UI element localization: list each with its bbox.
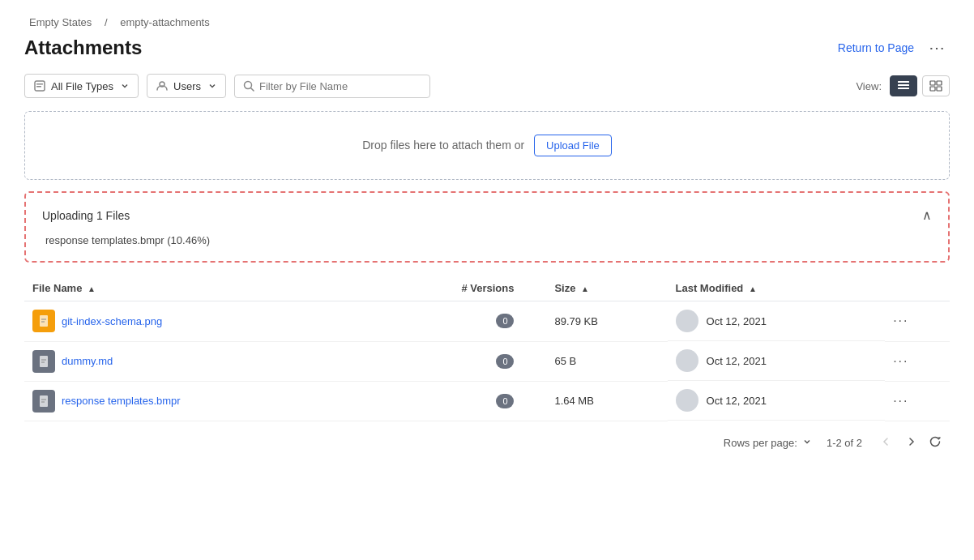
col-file-name[interactable]: File Name ▲ bbox=[24, 276, 357, 301]
file-type-icon-bmpr bbox=[32, 390, 55, 413]
header-actions: Return to Page ⋯ bbox=[838, 36, 950, 59]
date-text: Oct 12, 2021 bbox=[707, 315, 767, 327]
row-actions-cell: ··· bbox=[885, 381, 950, 421]
page-info: 1-2 of 2 bbox=[827, 437, 862, 449]
upload-title: Uploading 1 Files bbox=[42, 209, 130, 222]
chevron-down-icon bbox=[120, 81, 130, 91]
upload-file-button[interactable]: Upload File bbox=[534, 135, 612, 156]
refresh-button[interactable] bbox=[929, 435, 942, 451]
rows-chevron-icon bbox=[802, 437, 812, 447]
file-name-cell: dummy.md bbox=[24, 341, 357, 381]
users-icon bbox=[156, 79, 169, 92]
svg-rect-6 bbox=[898, 81, 909, 83]
upload-file-row: response templates.bmpr (10.46%) bbox=[42, 234, 932, 246]
svg-rect-9 bbox=[930, 81, 935, 85]
version-badge: 0 bbox=[496, 394, 514, 408]
rows-per-page-dropdown[interactable] bbox=[802, 437, 812, 449]
col-actions bbox=[885, 276, 950, 301]
search-icon bbox=[243, 80, 254, 92]
file-icon-svg bbox=[37, 355, 50, 368]
row-actions-button[interactable]: ··· bbox=[893, 394, 908, 408]
breadcrumb: Empty States / empty-attachments bbox=[24, 16, 950, 28]
grid-view-button[interactable] bbox=[922, 75, 950, 96]
svg-rect-13 bbox=[40, 315, 48, 327]
file-type-icon-png bbox=[32, 310, 55, 332]
svg-rect-11 bbox=[930, 87, 935, 91]
files-table: File Name ▲ # Versions Size ▲ Last Modif… bbox=[24, 276, 950, 421]
file-name-link[interactable]: dummy.md bbox=[62, 355, 113, 367]
svg-line-5 bbox=[251, 88, 254, 92]
rows-per-page-control: Rows per page: bbox=[724, 437, 812, 449]
date-text: Oct 12, 2021 bbox=[707, 355, 767, 367]
toolbar: All File Types Users View: bbox=[24, 74, 950, 98]
versions-cell: 0 bbox=[357, 381, 546, 421]
table-row: response templates.bmpr 0 1.64 MB Oct 12… bbox=[24, 381, 950, 421]
upload-panel: Uploading 1 Files ∧ response templates.b… bbox=[24, 191, 950, 263]
date-cell: Oct 12, 2021 bbox=[668, 341, 886, 381]
breadcrumb-parent[interactable]: Empty States bbox=[29, 16, 92, 28]
file-type-label: All File Types bbox=[51, 80, 113, 92]
svg-rect-10 bbox=[937, 81, 942, 85]
prev-page-icon bbox=[880, 436, 891, 447]
version-badge: 0 bbox=[496, 354, 514, 369]
file-name-cell: git-index-schema.png bbox=[24, 301, 357, 342]
next-page-button[interactable] bbox=[903, 433, 921, 454]
avatar bbox=[676, 310, 698, 332]
svg-rect-16 bbox=[40, 356, 48, 367]
file-icon-svg bbox=[37, 395, 50, 408]
svg-rect-19 bbox=[40, 395, 48, 407]
size-cell: 1.64 MB bbox=[546, 381, 667, 421]
prev-page-button[interactable] bbox=[877, 433, 895, 454]
file-type-filter-button[interactable]: All File Types bbox=[24, 74, 139, 98]
versions-cell: 0 bbox=[357, 301, 546, 342]
breadcrumb-current: empty-attachments bbox=[120, 16, 210, 28]
users-label: Users bbox=[173, 80, 201, 92]
row-actions-button[interactable]: ··· bbox=[893, 314, 908, 328]
table-row: git-index-schema.png 0 89.79 KB Oct 12, … bbox=[24, 301, 950, 342]
list-view-icon bbox=[897, 80, 910, 92]
file-name-cell: response templates.bmpr bbox=[24, 381, 357, 421]
versions-cell: 0 bbox=[357, 341, 546, 381]
row-actions-cell: ··· bbox=[885, 341, 950, 381]
avatar bbox=[676, 349, 698, 372]
row-actions-cell: ··· bbox=[885, 301, 950, 342]
svg-rect-7 bbox=[898, 84, 909, 86]
svg-rect-12 bbox=[937, 87, 942, 91]
file-name-link[interactable]: response templates.bmpr bbox=[62, 395, 181, 407]
svg-rect-1 bbox=[36, 83, 43, 85]
col-versions[interactable]: # Versions bbox=[357, 276, 546, 301]
users-filter-button[interactable]: Users bbox=[147, 74, 226, 98]
table-header-row: File Name ▲ # Versions Size ▲ Last Modif… bbox=[24, 276, 950, 301]
modified-sort-icon: ▲ bbox=[749, 284, 757, 293]
grid-view-icon bbox=[929, 80, 942, 92]
size-cell: 89.79 KB bbox=[546, 301, 667, 342]
row-actions-button[interactable]: ··· bbox=[893, 354, 908, 369]
drop-zone: Drop files here to attach them or Upload… bbox=[24, 111, 950, 180]
table-row: dummy.md 0 65 B Oct 12, 2021 ··· bbox=[24, 341, 950, 381]
avatar bbox=[676, 389, 698, 412]
search-box bbox=[234, 75, 430, 98]
col-last-modified[interactable]: Last Modified ▲ bbox=[668, 276, 886, 301]
date-cell: Oct 12, 2021 bbox=[668, 381, 886, 421]
refresh-icon bbox=[929, 435, 942, 448]
collapse-upload-button[interactable]: ∧ bbox=[922, 207, 932, 223]
file-type-icon bbox=[33, 79, 46, 92]
next-page-icon bbox=[906, 436, 917, 447]
sort-icon: ▲ bbox=[88, 284, 96, 293]
file-type-icon-md bbox=[32, 350, 55, 373]
svg-rect-8 bbox=[898, 88, 909, 89]
upload-header: Uploading 1 Files ∧ bbox=[42, 207, 932, 223]
col-size[interactable]: Size ▲ bbox=[546, 276, 667, 301]
file-name-link[interactable]: git-index-schema.png bbox=[62, 315, 162, 327]
return-to-page-link[interactable]: Return to Page bbox=[838, 41, 914, 54]
more-options-button[interactable]: ⋯ bbox=[924, 36, 950, 59]
size-cell: 65 B bbox=[546, 341, 667, 381]
pagination: Rows per page: 1-2 of 2 bbox=[24, 421, 950, 454]
search-input[interactable] bbox=[259, 80, 421, 92]
svg-rect-2 bbox=[36, 86, 41, 88]
size-sort-icon: ▲ bbox=[581, 284, 589, 293]
version-badge: 0 bbox=[496, 314, 514, 328]
list-view-button[interactable] bbox=[890, 75, 917, 96]
view-label: View: bbox=[856, 80, 882, 92]
page-title: Attachments bbox=[24, 36, 142, 59]
